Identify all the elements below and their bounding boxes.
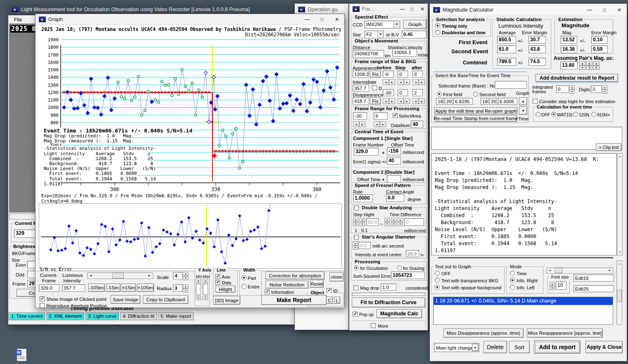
- graph-maximize-button[interactable]: □: [315, 14, 329, 24]
- reset-button[interactable]: Reset: [310, 280, 324, 288]
- mag-drop-checkbox[interactable]: [353, 285, 358, 290]
- step-hight-spinner-01[interactable]: ▲▼: [360, 218, 365, 226]
- for-grazing-radio[interactable]: [397, 265, 402, 270]
- delete-button[interactable]: Delete: [483, 341, 507, 353]
- timing-only-radio[interactable]: [435, 23, 440, 28]
- time1-hour-input[interactable]: 18: [436, 98, 444, 105]
- light-change-combo[interactable]: Main light change ▼: [434, 343, 479, 352]
- text-position-scrollbar[interactable]: ◄ ►: [546, 267, 613, 274]
- second-avg-input[interactable]: 61.0: [497, 45, 516, 53]
- minus-10sec-button[interactable]: -10Sec: [88, 284, 105, 292]
- assuming-mag-input[interactable]: 13.60: [560, 61, 578, 69]
- distance-input[interactable]: 242662706: [353, 50, 384, 58]
- second-mag-err-input[interactable]: 0.59: [591, 45, 608, 53]
- width-part-radio[interactable]: [242, 275, 246, 280]
- result-list-item-selected[interactable]: 1 18 20 06.671 +/- 0.040s, S/N= 5.14 D M…: [434, 297, 613, 305]
- dis-before-spinner[interactable]: ◄►: [383, 98, 395, 104]
- clipboard-button[interactable]: -> Clip brd.: [596, 143, 621, 151]
- angular-diameter-checkbox[interactable]: [354, 235, 359, 240]
- time-diff-spinner-b[interactable]: ▲▼: [391, 218, 396, 226]
- add-doublestar-button[interactable]: Add doublestar result to Report: [536, 74, 618, 82]
- textout-off-radio[interactable]: [435, 271, 440, 276]
- text-pos-right-arrow[interactable]: ►: [607, 268, 612, 273]
- report-scrollbar[interactable]: ▲ ▼: [617, 153, 623, 255]
- timing-tab-4[interactable]: 4. Diffraction tit: [120, 312, 157, 320]
- ymin-up-spinner[interactable]: ▲: [196, 279, 201, 283]
- font-size-input[interactable]: 10: [556, 281, 566, 290]
- second-err-input[interactable]: 43.8: [528, 45, 546, 53]
- error-sigma-input[interactable]: 40: [387, 157, 401, 165]
- integrated-frames-spinner[interactable]: ▲▼: [569, 85, 575, 94]
- magcalc-right-scrollbar[interactable]: ▲: [616, 260, 622, 325]
- fresnel-close-button[interactable]: ✕: [417, 4, 428, 14]
- angular-spinner[interactable]: ▲▼: [353, 241, 358, 250]
- report-scroll-up[interactable]: ▲: [618, 154, 622, 159]
- after-spinner[interactable]: ◄►: [412, 79, 425, 85]
- minus-1sec-button[interactable]: -1Sec: [106, 284, 121, 292]
- ymin-track[interactable]: [196, 284, 201, 295]
- information-checkbox[interactable]: [265, 289, 270, 294]
- disappearance-fix-button[interactable]: Fix: [370, 97, 381, 104]
- noise-reduction-button[interactable]: Noise Reduction: [265, 281, 308, 288]
- proc-range-start-input[interactable]: -30: [353, 112, 367, 120]
- timing-tab-3[interactable]: 3. Light curve: [85, 312, 119, 320]
- timing-tab-2[interactable]: 2. XML element: [46, 312, 84, 320]
- graph-current-frame-input[interactable]: 329.0: [39, 284, 59, 292]
- popup-checkbox[interactable]: [353, 312, 358, 317]
- time2-min-input[interactable]: 20: [489, 98, 497, 105]
- reproduce-aperture-checkbox[interactable]: [40, 303, 45, 308]
- textout-transparent-radio[interactable]: [435, 278, 440, 283]
- mode-time-radio[interactable]: [510, 271, 515, 276]
- graph-titlebar[interactable]: Graph — □ ✕: [36, 14, 344, 25]
- ccd-combo[interactable]: IMX290▼: [365, 21, 400, 28]
- frame-scroll-right-arrow[interactable]: ►: [147, 273, 152, 278]
- contact-angle-input[interactable]: 0.0: [386, 194, 404, 202]
- magcalc-minimize-button[interactable]: —: [582, 4, 597, 16]
- frame-scroll-left-arrow[interactable]: ◄: [88, 273, 94, 278]
- radius-input[interactable]: 3: [173, 284, 182, 292]
- ymax-up-spinner[interactable]: ▲: [203, 279, 208, 283]
- digits-spinner[interactable]: ▲▼: [602, 85, 607, 94]
- velocity-input[interactable]: 10055.1: [392, 49, 417, 57]
- spectral-graph-button[interactable]: Graph: [403, 20, 427, 29]
- proc-start-spinner[interactable]: ◄►: [353, 121, 365, 127]
- star-type-combo[interactable]: F2▼: [365, 31, 384, 38]
- ymax-down-spinner[interactable]: ▼: [203, 296, 208, 300]
- apply-edit-time-button[interactable]: Apply the edit time and Re-open graph: [434, 107, 517, 114]
- miss-reappearance-button[interactable]: Miss Reapppearance [approx. tine]: [527, 329, 603, 338]
- residual-chart[interactable]: [39, 203, 342, 269]
- intermidiate-input[interactable]: 357.7: [353, 85, 369, 92]
- object-c-button[interactable]: C: [326, 297, 333, 304]
- timing-tab-1[interactable]: 1. Time correct: [9, 312, 45, 320]
- add-to-report-button[interactable]: Add to report: [534, 340, 581, 354]
- radius-spinner[interactable]: ▲▼: [183, 284, 188, 293]
- step-spinner[interactable]: ◄►: [398, 79, 410, 85]
- dis-step-spinner[interactable]: ◄►: [398, 98, 410, 104]
- dis-step-input[interactable]: 0: [398, 89, 408, 96]
- time-diff-spinner-c[interactable]: ▲▼: [398, 218, 403, 226]
- time1-min-input[interactable]: 20: [445, 98, 453, 105]
- magnitude-calc-button[interactable]: Magnitude Calc: [377, 309, 422, 318]
- graph-up-button[interactable]: ▲: [519, 97, 527, 105]
- width-entire-radio[interactable]: [242, 284, 246, 289]
- time1-sec-input[interactable]: 6.8295: [453, 98, 473, 105]
- fresnel-maximize-button[interactable]: □: [407, 4, 417, 14]
- central-frame-input[interactable]: 329.0: [354, 148, 379, 156]
- sse-input[interactable]: 1054723: [391, 272, 425, 279]
- right-scroll-thumb[interactable]: [617, 290, 622, 302]
- hilight-button[interactable]: Hilight: [216, 286, 235, 293]
- first-field-radio[interactable]: [437, 92, 442, 97]
- selected-frame-input[interactable]: [495, 81, 527, 89]
- after-input[interactable]: 9: [412, 71, 423, 78]
- proc-end-spinner[interactable]: ◄►: [374, 121, 386, 127]
- second-field-radio[interactable]: [473, 92, 478, 97]
- angular-input[interactable]: 0.0: [358, 242, 371, 249]
- frame-scroll-thumb[interactable]: [112, 273, 124, 279]
- timing-tab-5[interactable]: 5. Make report: [158, 312, 194, 320]
- double-star-checkbox[interactable]: [354, 206, 359, 210]
- first-err-input[interactable]: 30.7: [528, 36, 546, 44]
- combined-avg-input[interactable]: 789.5: [497, 58, 516, 66]
- appearance-input[interactable]: 1208.2: [353, 71, 369, 78]
- disappearance-input[interactable]: 418.7: [353, 97, 369, 104]
- time-diff-input[interactable]: 0: [404, 218, 424, 226]
